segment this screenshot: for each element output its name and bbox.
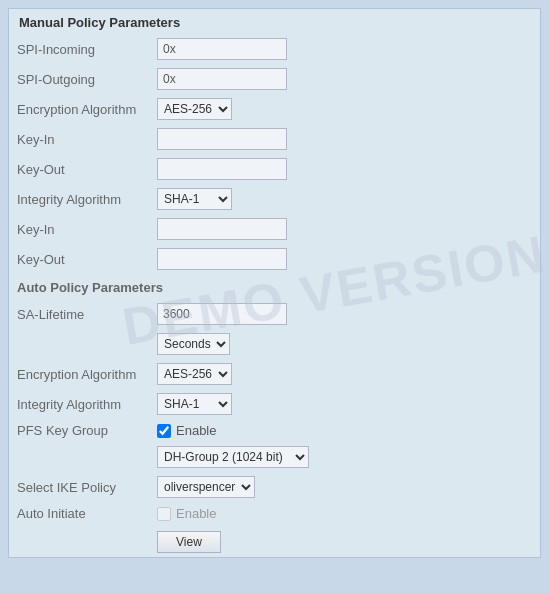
- manual-key-out-row: Key-Out: [9, 154, 540, 184]
- auto-encryption-row: Encryption Algorithm AES-256 AES-128 3DE…: [9, 359, 540, 389]
- auto-initiate-label: Auto Initiate: [9, 502, 149, 525]
- manual-key-out2-row: Key-Out: [9, 244, 540, 274]
- sa-lifetime-input[interactable]: [157, 303, 287, 325]
- pfs-enable-row: PFS Key Group Enable: [9, 419, 540, 442]
- sa-unit-select[interactable]: Seconds Minutes Hours: [157, 333, 230, 355]
- sa-unit-empty: [9, 329, 149, 359]
- spi-incoming-input[interactable]: [157, 38, 287, 60]
- view-button-empty: [9, 525, 149, 557]
- spi-incoming-label: SPI-Incoming: [9, 34, 149, 64]
- spi-outgoing-label: SPI-Outgoing: [9, 64, 149, 94]
- manual-key-in-row: Key-In: [9, 124, 540, 154]
- pfs-enable-label: Enable: [176, 423, 216, 438]
- auto-policy-header: Auto Policy Parameters: [9, 274, 540, 299]
- manual-policy-header: Manual Policy Parameters: [9, 9, 540, 34]
- view-button-row: View: [9, 525, 540, 557]
- manual-integrity-row: Integrity Algorithm SHA-1 MD5 SHA-256: [9, 184, 540, 214]
- pfs-enable-checkbox[interactable]: [157, 424, 171, 438]
- sa-lifetime-row: SA-Lifetime: [9, 299, 540, 329]
- manual-key-in2-label: Key-In: [9, 214, 149, 244]
- spi-outgoing-input[interactable]: [157, 68, 287, 90]
- ike-policy-select[interactable]: oliverspencer: [157, 476, 255, 498]
- pfs-group-row: DH-Group 2 (1024 bit) DH-Group 5 (1536 b…: [9, 442, 540, 472]
- manual-key-out2-input[interactable]: [157, 248, 287, 270]
- sa-lifetime-label: SA-Lifetime: [9, 299, 149, 329]
- auto-policy-header-row: Auto Policy Parameters: [9, 274, 540, 299]
- sa-unit-row: Seconds Minutes Hours: [9, 329, 540, 359]
- auto-initiate-row: Auto Initiate Enable: [9, 502, 540, 525]
- auto-initiate-checkbox[interactable]: [157, 507, 171, 521]
- spi-outgoing-row: SPI-Outgoing: [9, 64, 540, 94]
- auto-integrity-label: Integrity Algorithm: [9, 389, 149, 419]
- auto-encryption-select[interactable]: AES-256 AES-128 3DES DES: [157, 363, 232, 385]
- manual-encryption-row: Encryption Algorithm AES-256 AES-128 3DE…: [9, 94, 540, 124]
- spi-incoming-row: SPI-Incoming: [9, 34, 540, 64]
- manual-key-out-input[interactable]: [157, 158, 287, 180]
- pfs-group-empty: [9, 442, 149, 472]
- pfs-enable-container: Enable: [157, 423, 532, 438]
- ike-policy-row: Select IKE Policy oliverspencer: [9, 472, 540, 502]
- manual-key-out-label: Key-Out: [9, 154, 149, 184]
- auto-initiate-container: Enable: [157, 506, 532, 521]
- manual-key-in2-input[interactable]: [157, 218, 287, 240]
- ike-policy-label: Select IKE Policy: [9, 472, 149, 502]
- view-button[interactable]: View: [157, 531, 221, 553]
- manual-encryption-label: Encryption Algorithm: [9, 94, 149, 124]
- manual-key-out2-label: Key-Out: [9, 244, 149, 274]
- manual-encryption-select[interactable]: AES-256 AES-128 3DES DES: [157, 98, 232, 120]
- pfs-label: PFS Key Group: [9, 419, 149, 442]
- manual-integrity-select[interactable]: SHA-1 MD5 SHA-256: [157, 188, 232, 210]
- manual-key-in-label: Key-In: [9, 124, 149, 154]
- manual-key-in-input[interactable]: [157, 128, 287, 150]
- auto-encryption-label: Encryption Algorithm: [9, 359, 149, 389]
- auto-integrity-select[interactable]: SHA-1 MD5 SHA-256: [157, 393, 232, 415]
- pfs-group-select[interactable]: DH-Group 2 (1024 bit) DH-Group 5 (1536 b…: [157, 446, 309, 468]
- auto-integrity-row: Integrity Algorithm SHA-1 MD5 SHA-256: [9, 389, 540, 419]
- manual-key-in2-row: Key-In: [9, 214, 540, 244]
- auto-initiate-enable-label: Enable: [176, 506, 216, 521]
- manual-integrity-label: Integrity Algorithm: [9, 184, 149, 214]
